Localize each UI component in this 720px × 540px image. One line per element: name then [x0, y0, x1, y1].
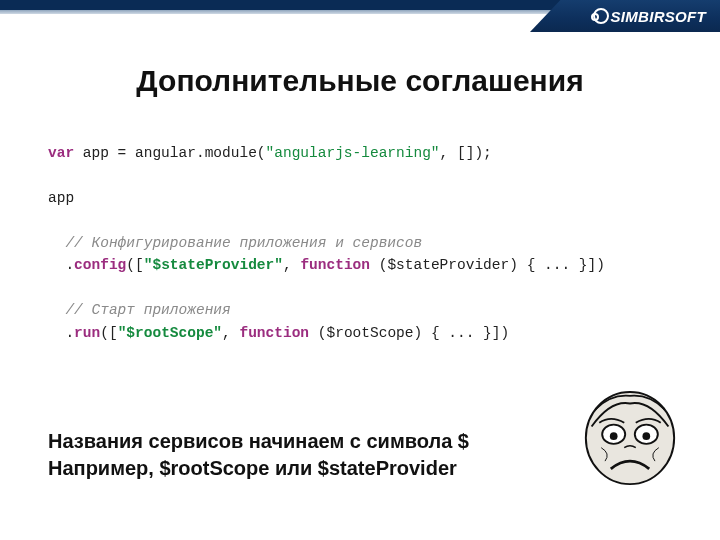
- code-keyword: var: [48, 145, 74, 161]
- code-comment: // Старт приложения: [48, 302, 231, 318]
- code-method: config: [74, 257, 126, 273]
- svg-point-3: [610, 432, 618, 440]
- code-keyword: function: [300, 257, 370, 273]
- brand-badge: SIMBIRSOFT: [530, 0, 720, 32]
- code-text: , []);: [440, 145, 492, 161]
- code-text: app: [48, 190, 74, 206]
- code-block: var app = angular.module("angularjs-lear…: [48, 142, 672, 344]
- code-text: ($rootScope) { ... }]): [309, 325, 509, 341]
- code-string: "$rootScope": [118, 325, 222, 341]
- code-method: run: [74, 325, 100, 341]
- code-keyword: function: [239, 325, 309, 341]
- code-text: ($stateProvider) { ... }]): [370, 257, 605, 273]
- code-text: ,: [283, 257, 300, 273]
- page-title: Дополнительные соглашения: [0, 64, 720, 98]
- footer-note: Названия сервисов начинаем с символа $ Н…: [48, 428, 469, 482]
- slide-header: SIMBIRSOFT: [0, 0, 720, 34]
- code-text: ,: [222, 325, 239, 341]
- svg-point-4: [642, 432, 650, 440]
- sad-face-meme-icon: [582, 390, 678, 490]
- footer-line-1: Названия сервисов начинаем с символа $: [48, 428, 469, 455]
- code-text: ([: [126, 257, 143, 273]
- brand-logo-icon: [593, 8, 609, 24]
- brand-name: SIMBIRSOFT: [593, 8, 707, 25]
- code-text: app = angular.module(: [74, 145, 265, 161]
- code-text: ([: [100, 325, 117, 341]
- code-string: "$stateProvider": [144, 257, 283, 273]
- footer-line-2: Например, $rootScope или $stateProvider: [48, 455, 469, 482]
- code-text: .: [48, 325, 74, 341]
- code-text: .: [48, 257, 74, 273]
- code-comment: // Конфигурирование приложения и сервисо…: [48, 235, 422, 251]
- code-string: "angularjs-learning": [266, 145, 440, 161]
